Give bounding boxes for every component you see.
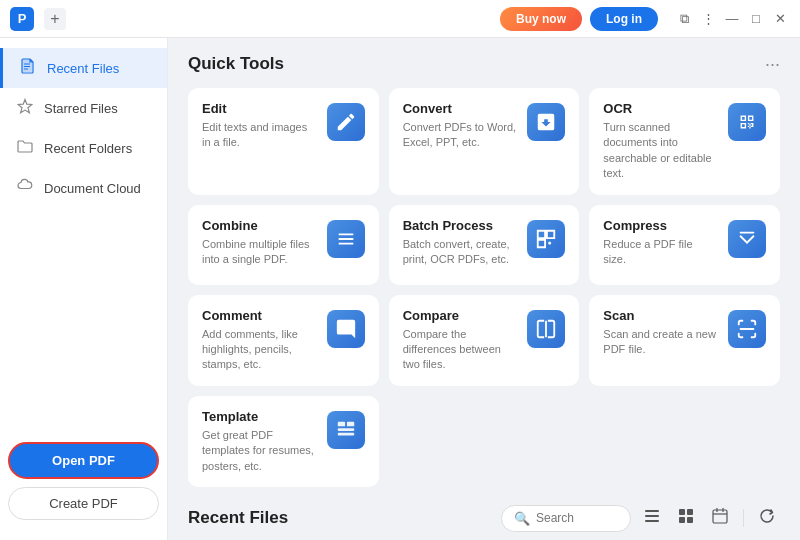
sidebar-item-starred-files[interactable]: Starred Files bbox=[0, 88, 167, 128]
sidebar-item-recent-folders[interactable]: Recent Folders bbox=[0, 128, 167, 168]
tool-card-template[interactable]: Template Get great PDF templates for res… bbox=[188, 396, 379, 487]
new-tab-button[interactable]: + bbox=[44, 8, 66, 30]
recent-files-title: Recent Files bbox=[188, 508, 288, 528]
tool-card-comment-title: Comment bbox=[202, 308, 317, 323]
svg-rect-5 bbox=[337, 421, 344, 426]
sidebar-item-document-cloud[interactable]: Document Cloud bbox=[0, 168, 167, 208]
grid-view-button[interactable] bbox=[673, 505, 699, 531]
calendar-view-button[interactable] bbox=[707, 505, 733, 531]
svg-rect-7 bbox=[337, 428, 354, 431]
tool-card-ocr-text: OCR Turn scanned documents into searchab… bbox=[603, 101, 718, 182]
search-input[interactable] bbox=[536, 511, 626, 525]
menu-button[interactable]: ⋮ bbox=[698, 9, 718, 29]
tool-card-scan-text: Scan Scan and create a new PDF file. bbox=[603, 308, 718, 358]
tool-card-combine[interactable]: Combine Combine multiple files into a si… bbox=[188, 205, 379, 285]
sidebar-label-document-cloud: Document Cloud bbox=[44, 181, 141, 196]
tool-card-comment-desc: Add comments, like highlights, pencils, … bbox=[202, 327, 317, 373]
tool-card-edit-text: Edit Edit texts and images in a file. bbox=[202, 101, 317, 151]
quick-tools-more-button[interactable]: ··· bbox=[765, 55, 780, 73]
combine-tool-icon bbox=[327, 220, 365, 258]
tool-card-scan[interactable]: Scan Scan and create a new PDF file. bbox=[589, 295, 780, 386]
recent-files-section: Recent Files 🔍 bbox=[188, 505, 780, 532]
buy-now-button[interactable]: Buy now bbox=[500, 7, 582, 31]
screen-mode-button[interactable]: ⧉ bbox=[674, 9, 694, 29]
tool-card-compress[interactable]: Compress Reduce a PDF file size. bbox=[589, 205, 780, 285]
window-controls: ⧉ ⋮ — □ ✕ bbox=[674, 9, 790, 29]
svg-rect-6 bbox=[347, 421, 354, 426]
svg-rect-10 bbox=[645, 515, 659, 517]
tool-card-comment[interactable]: Comment Add comments, like highlights, p… bbox=[188, 295, 379, 386]
tool-card-template-text: Template Get great PDF templates for res… bbox=[202, 409, 317, 474]
search-icon: 🔍 bbox=[514, 511, 530, 526]
maximize-button[interactable]: □ bbox=[746, 9, 766, 29]
comment-tool-icon bbox=[327, 310, 365, 348]
tool-card-compare[interactable]: Compare Compare the differences between … bbox=[389, 295, 580, 386]
tool-card-combine-text: Combine Combine multiple files into a si… bbox=[202, 218, 317, 268]
tool-card-ocr-desc: Turn scanned documents into searchable o… bbox=[603, 120, 718, 182]
tool-card-convert-title: Convert bbox=[403, 101, 518, 116]
recent-folders-icon bbox=[16, 138, 34, 158]
tool-card-ocr-title: OCR bbox=[603, 101, 718, 116]
svg-marker-4 bbox=[18, 100, 32, 113]
ocr-tool-icon bbox=[728, 103, 766, 141]
sidebar-item-recent-files[interactable]: Recent Files bbox=[0, 48, 167, 88]
tool-card-batch-process[interactable]: Batch Process Batch convert, create, pri… bbox=[389, 205, 580, 285]
svg-rect-8 bbox=[337, 432, 354, 435]
titlebar: P + Buy now Log in ⧉ ⋮ — □ ✕ bbox=[0, 0, 800, 38]
svg-rect-16 bbox=[713, 510, 727, 523]
tool-card-compress-desc: Reduce a PDF file size. bbox=[603, 237, 718, 268]
tool-card-edit[interactable]: Edit Edit texts and images in a file. bbox=[188, 88, 379, 195]
content-area: Quick Tools ··· Edit Edit texts and imag… bbox=[168, 38, 800, 540]
main-layout: Recent Files Starred Files Recent Folder… bbox=[0, 38, 800, 540]
sidebar-label-recent-files: Recent Files bbox=[47, 61, 119, 76]
sidebar: Recent Files Starred Files Recent Folder… bbox=[0, 38, 168, 540]
edit-tool-icon bbox=[327, 103, 365, 141]
svg-rect-12 bbox=[679, 509, 685, 515]
sidebar-label-recent-folders: Recent Folders bbox=[44, 141, 132, 156]
document-cloud-icon bbox=[16, 178, 34, 198]
tool-card-compare-desc: Compare the differences between two file… bbox=[403, 327, 518, 373]
tool-card-scan-desc: Scan and create a new PDF file. bbox=[603, 327, 718, 358]
convert-tool-icon bbox=[527, 103, 565, 141]
tool-card-compress-text: Compress Reduce a PDF file size. bbox=[603, 218, 718, 268]
starred-files-icon bbox=[16, 98, 34, 118]
sidebar-bottom: Open PDF Create PDF bbox=[0, 432, 167, 530]
refresh-button[interactable] bbox=[754, 505, 780, 531]
recent-files-icon bbox=[19, 58, 37, 78]
titlebar-right: Buy now Log in ⧉ ⋮ — □ ✕ bbox=[500, 7, 790, 31]
search-box[interactable]: 🔍 bbox=[501, 505, 631, 532]
tool-card-convert-desc: Convert PDFs to Word, Excel, PPT, etc. bbox=[403, 120, 518, 151]
tool-card-batch-title: Batch Process bbox=[403, 218, 518, 233]
compress-tool-icon bbox=[728, 220, 766, 258]
svg-rect-9 bbox=[645, 510, 659, 512]
svg-rect-15 bbox=[687, 517, 693, 523]
create-pdf-button[interactable]: Create PDF bbox=[8, 487, 159, 520]
minimize-button[interactable]: — bbox=[722, 9, 742, 29]
tool-card-batch-desc: Batch convert, create, print, OCR PDFs, … bbox=[403, 237, 518, 268]
compare-tool-icon bbox=[527, 310, 565, 348]
template-tool-icon bbox=[327, 411, 365, 449]
tools-grid: Edit Edit texts and images in a file. Co… bbox=[188, 88, 780, 487]
titlebar-left: P + bbox=[10, 7, 66, 31]
tool-card-ocr[interactable]: OCR Turn scanned documents into searchab… bbox=[589, 88, 780, 195]
tool-card-edit-desc: Edit texts and images in a file. bbox=[202, 120, 317, 151]
tool-card-compare-title: Compare bbox=[403, 308, 518, 323]
tool-card-edit-title: Edit bbox=[202, 101, 317, 116]
tool-card-batch-text: Batch Process Batch convert, create, pri… bbox=[403, 218, 518, 268]
svg-rect-13 bbox=[687, 509, 693, 515]
list-view-button[interactable] bbox=[639, 505, 665, 531]
log-in-button[interactable]: Log in bbox=[590, 7, 658, 31]
sidebar-label-starred-files: Starred Files bbox=[44, 101, 118, 116]
tool-card-convert[interactable]: Convert Convert PDFs to Word, Excel, PPT… bbox=[389, 88, 580, 195]
quick-tools-header: Quick Tools ··· bbox=[188, 54, 780, 74]
tool-card-combine-title: Combine bbox=[202, 218, 317, 233]
tool-card-template-title: Template bbox=[202, 409, 317, 424]
tool-card-comment-text: Comment Add comments, like highlights, p… bbox=[202, 308, 317, 373]
close-button[interactable]: ✕ bbox=[770, 9, 790, 29]
svg-rect-11 bbox=[645, 520, 659, 522]
app-icon: P bbox=[10, 7, 34, 31]
quick-tools-title: Quick Tools bbox=[188, 54, 284, 74]
open-pdf-button[interactable]: Open PDF bbox=[8, 442, 159, 479]
scan-tool-icon bbox=[728, 310, 766, 348]
tool-card-scan-title: Scan bbox=[603, 308, 718, 323]
